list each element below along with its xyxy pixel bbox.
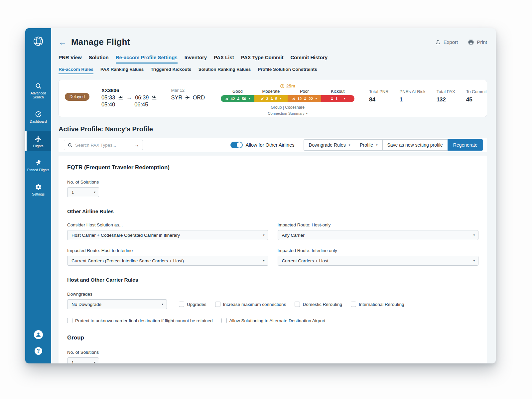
sidebar-item-label: Dashboard xyxy=(30,119,47,123)
bucket-poor[interactable]: 12 22 ▾ xyxy=(288,95,321,102)
subtab-pax-ranking-values[interactable]: PAX Ranking Values xyxy=(100,67,144,74)
route-block: Mar 12 SYR ORD xyxy=(171,88,205,101)
checkbox-box[interactable] xyxy=(221,318,227,323)
impacted-route-host-only-select[interactable]: Any Carrier ▾ xyxy=(278,230,479,240)
group-solutions-select[interactable]: 1 ▾ xyxy=(67,357,99,363)
caret-down-icon: ▾ xyxy=(473,233,475,237)
stat-to-commit: To Commit 45 xyxy=(466,89,487,104)
save-as-new-setting-profile-button[interactable]: Save as new setting profile xyxy=(382,139,448,151)
print-button[interactable]: Print xyxy=(468,39,487,45)
sidebar-item-flights[interactable]: Flights xyxy=(25,131,51,151)
profile-toolbar: → Allow for Other Airlines Downgrade Rul… xyxy=(59,138,487,152)
bucket-flight-count: 12 xyxy=(298,97,302,101)
impacted-route-host-to-interline-select[interactable]: Current Carriers (Protect Interline Same… xyxy=(67,256,268,266)
checkbox-box[interactable] xyxy=(215,302,220,307)
subtab-reaccom-rules[interactable]: Re-accom Rules xyxy=(59,67,93,74)
impacted-route-interline-only-select[interactable]: Current Carriers + Host ▾ xyxy=(278,256,479,266)
checkbox-international-rerouting[interactable]: International Rerouting xyxy=(351,302,404,307)
checkbox-allow-alternate-destination[interactable]: Allow Solutioning to Alternate Destinati… xyxy=(221,318,326,323)
checkbox-box[interactable] xyxy=(351,302,356,307)
checkbox-protect-unknown-carrier[interactable]: Protect to unknown carrier final destina… xyxy=(67,318,213,323)
bucket-pax-count: 1 xyxy=(335,97,337,101)
tab-pax-type-commit[interactable]: PAX Type Commit xyxy=(241,55,284,64)
tab-inventory[interactable]: Inventory xyxy=(185,55,207,64)
delay-value: 25m xyxy=(286,83,295,88)
subtab-solution-ranking-values[interactable]: Solution Ranking Values xyxy=(199,67,251,74)
flights-icon xyxy=(35,135,42,142)
tab-reaccom-profile-settings[interactable]: Re-accom Profile Settings xyxy=(116,55,178,64)
search-submit-arrow[interactable]: → xyxy=(134,142,139,148)
sidebar-item-pinned-flights[interactable]: Pinned Flights xyxy=(25,156,51,175)
downgrades-select[interactable]: No Downgrade ▾ xyxy=(67,299,167,309)
connection-summary-toggle[interactable]: Connection Summary ▾ xyxy=(268,111,308,115)
user-account-icon[interactable] xyxy=(34,330,43,339)
export-button[interactable]: Export xyxy=(435,39,458,45)
bucket-moderate[interactable]: 3 5 ▾ xyxy=(254,95,288,102)
sub-tabs: Re-accom Rules PAX Ranking Values Trigge… xyxy=(59,67,487,74)
sidebar-item-dashboard[interactable]: Dashboard xyxy=(25,107,51,127)
consider-host-solution-select[interactable]: Host Carrier + Codeshare Operated Carrie… xyxy=(67,230,268,240)
caret-down-icon: ▾ xyxy=(263,259,265,262)
checkbox-box[interactable] xyxy=(179,302,184,307)
checkbox-box[interactable] xyxy=(67,318,72,323)
arrival-time-updated: 06:45 xyxy=(134,101,148,108)
pax-type-search[interactable]: → xyxy=(64,140,143,150)
subtab-triggered-kickouts[interactable]: Triggered Kickouts xyxy=(151,67,191,74)
checkbox-label: Increase maximum connections xyxy=(223,302,286,307)
stat-pnrs-at-risk: PNRs At Risk 1 xyxy=(400,89,426,104)
caret-down-icon: ▾ xyxy=(249,97,250,100)
print-icon xyxy=(468,39,474,45)
stat-total-pax: Total PAX 132 xyxy=(437,89,455,104)
flight-number: XX3806 xyxy=(101,87,157,93)
checkbox-domestic-rerouting[interactable]: Domestic Rerouting xyxy=(295,302,342,307)
downgrades-label: Downgrades xyxy=(67,292,478,297)
bucket-good[interactable]: 42 56 ▾ xyxy=(221,95,254,102)
stat-label: Total PNR xyxy=(369,89,389,94)
stat-label: Total PAX xyxy=(437,89,455,94)
downgrade-rules-dropdown[interactable]: Downgrade Rules ▾ xyxy=(304,139,355,151)
bucket-bar: 42 56 ▾ 3 5 ▾ 12 xyxy=(221,95,354,102)
profile-dropdown[interactable]: Profile ▾ xyxy=(355,139,382,151)
arrival-time: 06:39 xyxy=(135,94,149,101)
tab-solution[interactable]: Solution xyxy=(89,55,109,64)
save-profile-label: Save as new setting profile xyxy=(387,142,443,148)
checkbox-label: Upgrades xyxy=(187,302,206,307)
sidebar-item-label: Advanced Search xyxy=(26,91,51,99)
flight-info: XX3806 05:33 → 06:39 05:40 06:45 xyxy=(101,87,157,108)
field-impacted-route-host-to-interline: Impacted Route: Host to Interline Curren… xyxy=(67,248,268,266)
help-icon[interactable]: ? xyxy=(35,347,42,355)
bucket-labels: Good Moderate Poor Kickout xyxy=(221,89,354,94)
select-value: Any Carrier xyxy=(282,233,305,238)
bucket-pax-count: 5 xyxy=(275,97,277,101)
bucket-kickout[interactable]: 1 ▾ xyxy=(321,95,355,102)
field-label: Consider Host Solution as... xyxy=(67,222,268,227)
search-input[interactable] xyxy=(75,143,134,148)
regenerate-label: Regenerate xyxy=(453,142,477,148)
regenerate-button[interactable]: Regenerate xyxy=(448,139,483,151)
stat-value: 132 xyxy=(437,96,455,103)
tab-pnr-view[interactable]: PNR View xyxy=(59,55,82,64)
tab-commit-history[interactable]: Commit History xyxy=(291,55,328,64)
sidebar-item-label: Pinned Flights xyxy=(27,168,50,172)
landing-icon xyxy=(152,95,157,100)
search-icon xyxy=(35,82,42,89)
subtab-profile-solution-constraints[interactable]: Profile Solution Constraints xyxy=(258,67,317,74)
departure-time-updated: 05:40 xyxy=(101,101,115,108)
checkbox-upgrades[interactable]: Upgrades xyxy=(179,302,206,307)
checkbox-box[interactable] xyxy=(295,302,300,307)
allow-other-airlines-toggle[interactable] xyxy=(230,142,243,148)
caret-down-icon: ▾ xyxy=(306,112,308,115)
sidebar-nav: Advanced Search Dashboard Flights Pinned… xyxy=(25,79,51,204)
back-button[interactable]: ← xyxy=(59,38,66,46)
takeoff-icon xyxy=(118,95,123,100)
sidebar-item-settings[interactable]: Settings xyxy=(25,180,51,200)
destination-airport: ORD xyxy=(193,94,205,101)
checkbox-increase-max-connections[interactable]: Increase maximum connections xyxy=(215,302,286,307)
fqtr-solutions-label: No. of Solutions xyxy=(67,180,478,185)
tab-pax-list[interactable]: PAX List xyxy=(214,55,234,64)
sidebar-item-advanced-search[interactable]: Advanced Search xyxy=(25,79,51,102)
select-value: 1 xyxy=(71,360,74,364)
sidebar-item-label: Flights xyxy=(33,144,44,148)
fqtr-solutions-select[interactable]: 1 ▾ xyxy=(67,187,99,197)
bucket-label-poor: Poor xyxy=(288,89,321,94)
